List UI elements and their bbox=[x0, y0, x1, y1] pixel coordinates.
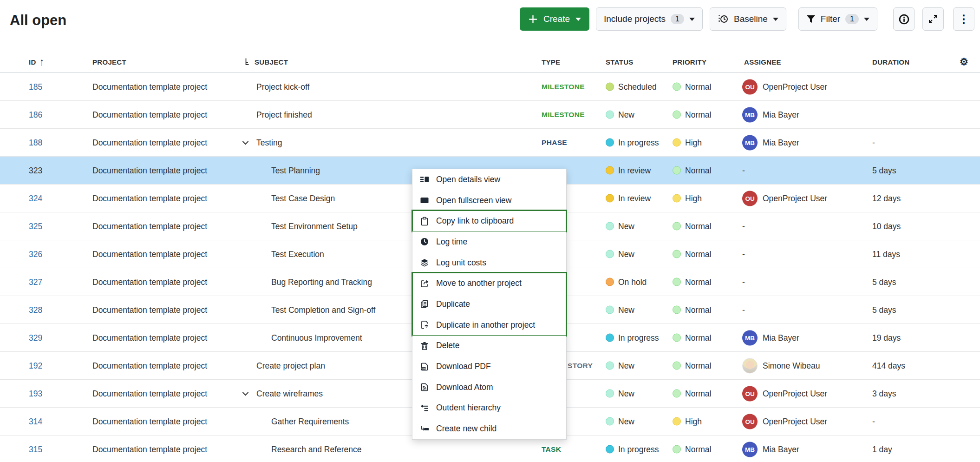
collapse-chevron-icon[interactable] bbox=[242, 140, 249, 145]
status-dot-icon bbox=[606, 194, 614, 203]
include-projects-label: Include projects bbox=[604, 14, 666, 24]
columns-settings-button[interactable]: ⚙ bbox=[960, 56, 968, 67]
column-header-type[interactable]: TYPE bbox=[542, 58, 560, 66]
baseline-label: Baseline bbox=[734, 14, 768, 24]
fullscreen-button[interactable] bbox=[922, 7, 944, 31]
column-header-project[interactable]: PROJECT bbox=[92, 58, 126, 66]
more-options-button[interactable]: ⋮ bbox=[953, 7, 974, 31]
priority-dot-icon bbox=[673, 139, 681, 147]
column-header-status[interactable]: STATUS bbox=[606, 58, 634, 66]
menu-item-copy-link-to-clipboard[interactable]: Copy link to clipboard bbox=[412, 211, 566, 231]
status-dot-icon bbox=[606, 278, 614, 286]
status-dot-icon bbox=[606, 166, 614, 175]
menu-item-open-fullscreen-view[interactable]: Open fullscreen view bbox=[412, 190, 566, 211]
include-projects-button[interactable]: Include projects 1 bbox=[596, 7, 703, 31]
work-package-id-link[interactable]: 324 bbox=[29, 193, 42, 203]
subject-cell[interactable]: Test Case Design bbox=[271, 193, 335, 203]
work-package-id-link[interactable]: 329 bbox=[29, 333, 42, 343]
table-row[interactable]: 185 Documentation template project Proje… bbox=[0, 73, 980, 101]
subject-cell[interactable]: Test Environment Setup bbox=[271, 221, 358, 231]
assignee-cell: OU OpenProject User bbox=[742, 191, 827, 206]
status-cell: New bbox=[606, 110, 634, 119]
work-package-id-link[interactable]: 323 bbox=[29, 165, 42, 175]
priority-cell: Normal bbox=[673, 305, 711, 315]
work-package-id-link[interactable]: 327 bbox=[29, 277, 42, 287]
menu-item-duplicate[interactable]: Duplicate bbox=[412, 294, 566, 315]
menu-item-log-unit-costs[interactable]: Log unit costs bbox=[412, 252, 566, 273]
work-package-id-link[interactable]: 185 bbox=[29, 82, 42, 92]
menu-item-delete[interactable]: Delete bbox=[412, 336, 566, 356]
page-title: All open bbox=[10, 12, 66, 29]
duration-cell: 3 days bbox=[872, 389, 896, 398]
assignee-cell: OU OpenProject User bbox=[742, 79, 827, 94]
column-header-assignee[interactable]: ASSIGNEE bbox=[744, 58, 781, 66]
subject-cell[interactable]: Project finished bbox=[256, 110, 312, 119]
column-header-duration[interactable]: DURATION bbox=[872, 58, 909, 66]
subject-cell[interactable]: Test Execution bbox=[271, 249, 324, 259]
work-package-id-link[interactable]: 193 bbox=[29, 389, 42, 398]
project-cell: Documentation template project bbox=[92, 221, 207, 231]
work-package-id-link[interactable]: 325 bbox=[29, 221, 42, 231]
priority-dot-icon bbox=[673, 362, 681, 370]
table-row[interactable]: 186 Documentation template project Proje… bbox=[0, 101, 980, 129]
layers-icon bbox=[419, 258, 430, 267]
menu-item-create-new-child[interactable]: Create new child bbox=[412, 418, 566, 439]
assignee-cell: OU OpenProject User bbox=[742, 386, 827, 401]
work-package-id-link[interactable]: 186 bbox=[29, 110, 42, 119]
subject-cell[interactable]: Gather Requirements bbox=[271, 416, 349, 426]
duration-cell: - bbox=[872, 416, 875, 426]
status-dot-icon bbox=[606, 389, 614, 398]
subject-cell[interactable]: Testing bbox=[256, 138, 282, 147]
work-package-id-link[interactable]: 326 bbox=[29, 249, 42, 259]
avatar: MB bbox=[742, 330, 758, 345]
work-package-id-link[interactable]: 328 bbox=[29, 305, 42, 315]
work-package-id-link[interactable]: 314 bbox=[29, 416, 42, 426]
priority-cell: Normal bbox=[673, 361, 711, 370]
column-header-id[interactable]: ID ↑ bbox=[29, 57, 44, 67]
subject-cell[interactable]: Create project plan bbox=[256, 361, 325, 370]
subject-cell[interactable]: Create wireframes bbox=[256, 389, 323, 398]
subject-cell[interactable]: Test Planning bbox=[271, 165, 320, 175]
menu-item-duplicate-in-another-project[interactable]: Duplicate in another project bbox=[412, 315, 566, 336]
menu-item-outdent-hierarchy[interactable]: Outdent hierarchy bbox=[412, 398, 566, 419]
subject-cell[interactable]: Test Completion and Sign-off bbox=[271, 305, 375, 315]
project-cell: Documentation template project bbox=[92, 333, 207, 343]
context-menu: Open details view Open fullscreen view C… bbox=[412, 169, 567, 440]
priority-dot-icon bbox=[673, 334, 681, 342]
work-package-id-link[interactable]: 315 bbox=[29, 444, 42, 454]
status-dot-icon bbox=[606, 306, 614, 314]
baseline-button[interactable]: Baseline bbox=[710, 7, 786, 31]
create-button[interactable]: Create bbox=[520, 7, 589, 31]
menu-item-move-to-another-project[interactable]: Move to another project bbox=[412, 273, 566, 294]
type-cell: TASK bbox=[542, 445, 561, 454]
subject-cell[interactable]: Project kick-off bbox=[256, 82, 309, 92]
subject-cell[interactable]: Bug Reporting and Tracking bbox=[271, 277, 372, 287]
status-dot-icon bbox=[606, 139, 614, 147]
priority-dot-icon bbox=[673, 417, 681, 426]
menu-item-open-details-view[interactable]: Open details view bbox=[412, 169, 566, 190]
column-header-priority[interactable]: PRIORITY bbox=[673, 58, 706, 66]
subject-cell[interactable]: Continuous Improvement bbox=[271, 333, 362, 343]
priority-cell: Normal bbox=[673, 249, 711, 259]
info-button[interactable] bbox=[893, 7, 915, 31]
project-cell: Documentation template project bbox=[92, 82, 207, 92]
menu-item-log-time[interactable]: Log time bbox=[412, 231, 566, 252]
filter-icon bbox=[806, 14, 816, 24]
type-cell: PHASE bbox=[542, 139, 567, 147]
work-packages-page: All open Create Include projects 1 Basel… bbox=[0, 0, 980, 462]
subject-cell[interactable]: Research and Reference bbox=[271, 444, 362, 454]
priority-cell: Normal bbox=[673, 110, 711, 119]
work-package-id-link[interactable]: 188 bbox=[29, 138, 42, 147]
avatar: OU bbox=[742, 79, 758, 94]
menu-item-download-pdf[interactable]: PDF Download PDF bbox=[412, 356, 566, 377]
priority-dot-icon bbox=[673, 445, 681, 454]
status-cell: New bbox=[606, 249, 634, 259]
work-package-id-link[interactable]: 192 bbox=[29, 361, 42, 370]
table-row[interactable]: 188 Documentation template project Testi… bbox=[0, 129, 980, 157]
column-header-subject[interactable]: SUBJECT bbox=[245, 58, 288, 66]
menu-item-download-atom[interactable]: Download Atom bbox=[412, 377, 566, 398]
priority-cell: Normal bbox=[673, 333, 711, 343]
status-dot-icon bbox=[606, 334, 614, 342]
filter-button[interactable]: Filter 1 bbox=[798, 7, 877, 31]
collapse-chevron-icon[interactable] bbox=[242, 391, 249, 396]
